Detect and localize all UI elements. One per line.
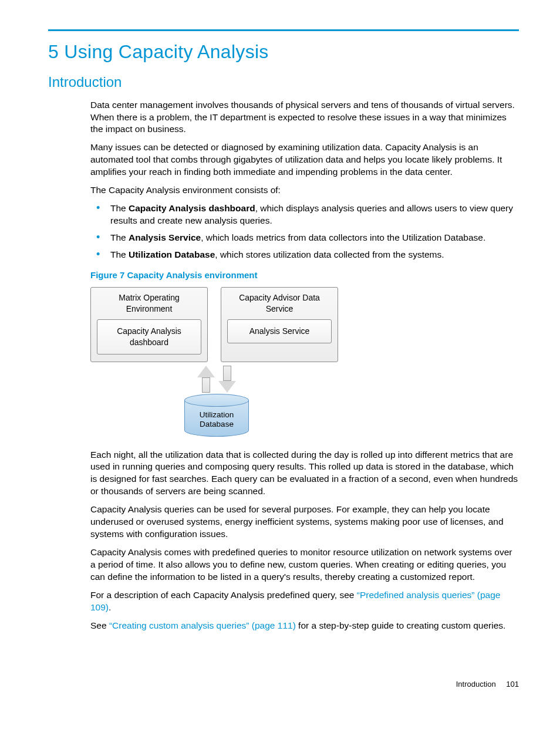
diagram-top-row: Matrix Operating Environment Capacity An… (90, 287, 343, 362)
box-capacity-analysis-dashboard: Capacity Analysis dashboard (97, 319, 201, 355)
paragraph: Capacity Analysis comes with predefined … (90, 546, 519, 583)
text: The (110, 203, 129, 213)
figure-7: Figure 7 Capacity Analysis environment M… (90, 269, 519, 437)
diagram-arrows (90, 366, 343, 393)
link-creating-custom-analysis-queries[interactable]: “Creating custom analysis queries” (page… (109, 620, 296, 630)
paragraph: For a description of each Capacity Analy… (90, 589, 519, 614)
database-icon: UtilizationDatabase (184, 394, 249, 437)
footer-section-label: Introduction (456, 680, 496, 688)
text: The (110, 232, 129, 242)
bold-term: Analysis Service (129, 232, 201, 242)
environment-list: The Capacity Analysis dashboard, which d… (90, 202, 519, 261)
paragraph: See “Creating custom analysis queries” (… (90, 620, 519, 632)
list-item: The Analysis Service, which loads metric… (90, 232, 519, 244)
text: . (109, 602, 111, 612)
diagram: Matrix Operating Environment Capacity An… (90, 287, 343, 437)
footer-page-number: 101 (506, 680, 519, 688)
page-footer: Introduction 101 (48, 679, 519, 690)
body-content: Data center management involves thousand… (90, 99, 519, 632)
text: , which stores utilization data collecte… (215, 249, 444, 259)
bold-term: Utilization Database (129, 249, 215, 259)
box-analysis-service: Analysis Service (227, 319, 332, 343)
list-item: The Capacity Analysis dashboard, which d… (90, 202, 519, 227)
paragraph: The Capacity Analysis environment consis… (90, 184, 519, 197)
top-rule (48, 29, 519, 31)
paragraph: Many issues can be detected or diagnosed… (90, 141, 519, 178)
db-label-1: Utilization (200, 410, 234, 419)
db-utilization-database: UtilizationDatabase (184, 394, 249, 437)
chapter-title: 5 Using Capacity Analysis (48, 39, 519, 65)
text: , which loads metrics from data collecto… (201, 232, 485, 242)
list-item: The Utilization Database, which stores u… (90, 249, 519, 261)
text: for a step-by-step guide to creating cus… (296, 620, 506, 630)
box-matrix-operating-env: Matrix Operating Environment Capacity An… (90, 287, 208, 362)
bold-term: Capacity Analysis dashboard (129, 203, 255, 213)
db-label-2: Database (200, 420, 234, 428)
text: For a description of each Capacity Analy… (90, 590, 357, 600)
text: The (110, 249, 129, 259)
box-label: Matrix Operating Environment (97, 292, 201, 315)
section-title: Introduction (48, 73, 519, 92)
paragraph: Each night, all the utilization data tha… (90, 449, 519, 498)
text: See (90, 620, 109, 630)
box-capacity-advisor-data-service: Capacity Advisor Data Service Analysis S… (221, 287, 338, 362)
paragraph: Data center management involves thousand… (90, 99, 519, 136)
arrow-up-icon (197, 366, 215, 393)
figure-caption: Figure 7 Capacity Analysis environment (90, 269, 519, 281)
arrow-down-icon (218, 366, 236, 393)
paragraph: Capacity Analysis queries can be used fo… (90, 504, 519, 541)
box-label: Capacity Advisor Data Service (227, 292, 332, 315)
